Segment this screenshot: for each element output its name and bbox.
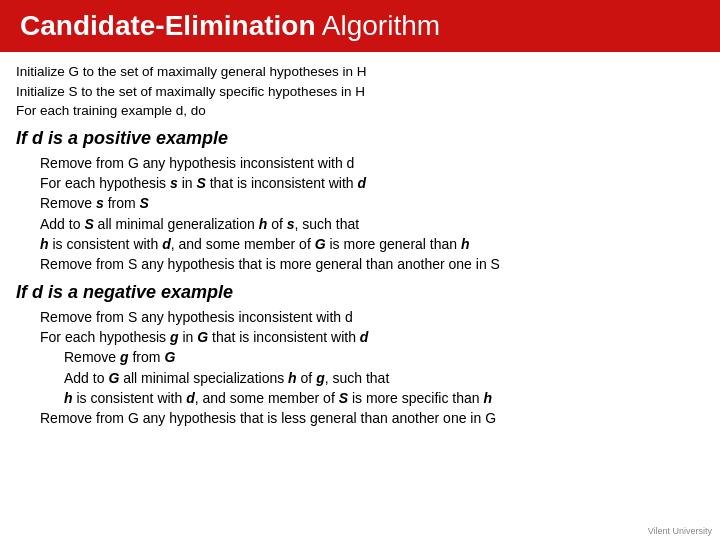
- pos-line2-pre: For each hypothesis: [40, 175, 170, 191]
- pos-line4-mid2: of: [267, 216, 286, 232]
- pos-line4-mid: all minimal generalization: [94, 216, 259, 232]
- pos-line5-G: G: [315, 236, 326, 252]
- neg-line4-pre: Add to: [64, 370, 108, 386]
- neg-line5-h: h: [64, 390, 73, 406]
- init2-text: Initialize S to the set of maximally spe…: [16, 84, 365, 99]
- pos-line4-S: S: [84, 216, 93, 232]
- pos-line-5: h is consistent with d, and some member …: [16, 234, 704, 254]
- pos-line3-s: s: [96, 195, 104, 211]
- neg-line-4: Add to G all minimal specializations h o…: [16, 368, 704, 388]
- neg-line-3: Remove g from G: [16, 347, 704, 367]
- pos-line3-S: S: [140, 195, 149, 211]
- logo-text: Vilent University: [648, 526, 712, 536]
- negative-example-header: If d is a negative example: [16, 279, 704, 305]
- pos-line-4: Add to S all minimal generalization h of…: [16, 214, 704, 234]
- negative-header-text: If d is a negative example: [16, 282, 233, 302]
- pos-line3-mid: from: [104, 195, 140, 211]
- neg-line2-G: G: [197, 329, 208, 345]
- pos-line2-mid: in: [178, 175, 197, 191]
- neg-line5-S: S: [339, 390, 348, 406]
- neg-line2-end: that is inconsistent with: [208, 329, 360, 345]
- pos-line5-mid3: is more general than: [326, 236, 461, 252]
- neg-line3-pre: Remove: [64, 349, 120, 365]
- init-line-3: For each training example d, do: [16, 101, 704, 121]
- neg-line-5: h is consistent with d, and some member …: [16, 388, 704, 408]
- final-line-text: Remove from G any hypothesis that is les…: [40, 410, 496, 426]
- positive-header-text: If d is a positive example: [16, 128, 228, 148]
- init1-text: Initialize G to the set of maximally gen…: [16, 64, 366, 79]
- pos-line4-h: h: [259, 216, 268, 232]
- neg-line3-g: g: [120, 349, 129, 365]
- neg-line5-mid: is consistent with: [73, 390, 187, 406]
- pos-line4-pre: Add to: [40, 216, 84, 232]
- neg-line-2: For each hypothesis g in G that is incon…: [16, 327, 704, 347]
- neg-line4-h: h: [288, 370, 297, 386]
- pos-line4-s: s: [287, 216, 295, 232]
- pos-s-italic: s: [170, 175, 178, 191]
- logo: Vilent University: [648, 526, 712, 536]
- pos-line-1: Remove from G any hypothesis inconsisten…: [16, 153, 704, 173]
- positive-example-header: If d is a positive example: [16, 125, 704, 151]
- pos-line5-h2: h: [461, 236, 470, 252]
- pos-line-2: For each hypothesis s in S that is incon…: [16, 173, 704, 193]
- pos-line5-d: d: [162, 236, 171, 252]
- neg-line5-h2: h: [483, 390, 492, 406]
- neg-line3-G: G: [164, 349, 175, 365]
- init-line-2: Initialize S to the set of maximally spe…: [16, 82, 704, 102]
- init3-text: For each training example d, do: [16, 103, 206, 118]
- pos-line-6: Remove from S any hypothesis that is mor…: [16, 254, 704, 274]
- pos-line6-text: Remove from S any hypothesis that is mor…: [40, 256, 500, 272]
- neg-line2-pre: For each hypothesis: [40, 329, 170, 345]
- neg-line5-mid3: is more specific than: [348, 390, 483, 406]
- neg-line4-mid: all minimal specializations: [119, 370, 288, 386]
- main-content: Initialize G to the set of maximally gen…: [0, 52, 720, 436]
- header: Candidate-Elimination Algorithm: [0, 0, 720, 52]
- title-bold: Candidate-Elimination: [20, 10, 316, 41]
- neg-line3-mid: from: [129, 349, 165, 365]
- init-line-1: Initialize G to the set of maximally gen…: [16, 62, 704, 82]
- neg-line4-g: g: [316, 370, 325, 386]
- neg-line-1: Remove from S any hypothesis inconsisten…: [16, 307, 704, 327]
- pos-line-3: Remove s from S: [16, 193, 704, 213]
- pos-line5-h: h: [40, 236, 49, 252]
- neg-line4-G: G: [108, 370, 119, 386]
- pos-line2-end: that is inconsistent with: [206, 175, 358, 191]
- final-line: Remove from G any hypothesis that is les…: [16, 408, 704, 428]
- pos-d-italic: d: [358, 175, 367, 191]
- title-normal: Algorithm: [316, 10, 441, 41]
- neg-line5-d: d: [186, 390, 195, 406]
- pos-line5-mid: is consistent with: [49, 236, 163, 252]
- pos-line1-text: Remove from G any hypothesis inconsisten…: [40, 155, 354, 171]
- neg-line4-end: , such that: [325, 370, 390, 386]
- neg-line2-d: d: [360, 329, 369, 345]
- neg-line2-g: g: [170, 329, 179, 345]
- pos-S-italic: S: [196, 175, 205, 191]
- page-title: Candidate-Elimination Algorithm: [20, 10, 440, 42]
- neg-line1-text: Remove from S any hypothesis inconsisten…: [40, 309, 353, 325]
- pos-line5-mid2: , and some member of: [171, 236, 315, 252]
- neg-line4-mid2: of: [297, 370, 316, 386]
- pos-line4-end: , such that: [295, 216, 360, 232]
- neg-line5-mid2: , and some member of: [195, 390, 339, 406]
- pos-line3-pre: Remove: [40, 195, 96, 211]
- neg-line2-mid: in: [179, 329, 198, 345]
